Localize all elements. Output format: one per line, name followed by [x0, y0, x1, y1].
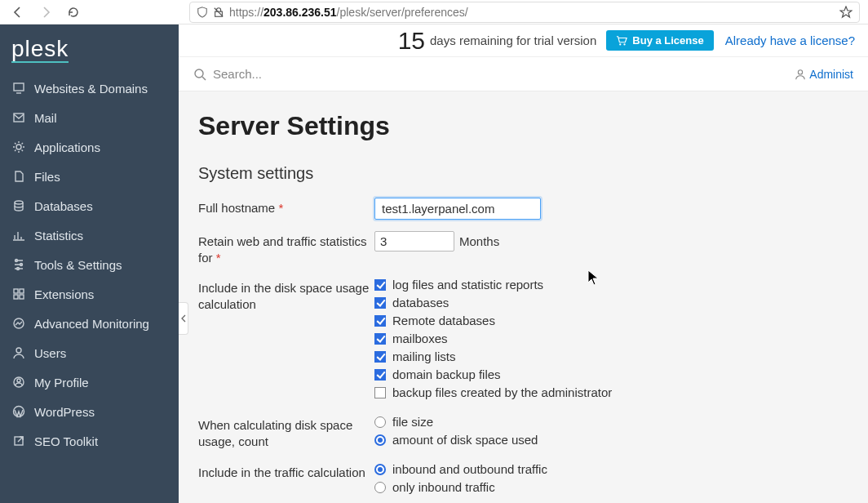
- admin-user-link[interactable]: Administ: [795, 68, 853, 81]
- profile-icon: [11, 375, 26, 389]
- sidebar-item-websites-domains[interactable]: Websites & Domains: [0, 73, 179, 103]
- back-button[interactable]: [8, 2, 28, 22]
- svg-point-13: [16, 348, 21, 353]
- radio[interactable]: [374, 464, 386, 475]
- already-have-license-link[interactable]: Already have a license?: [725, 33, 855, 47]
- checkbox[interactable]: [374, 387, 386, 398]
- bookmark-star-icon[interactable]: [839, 6, 852, 19]
- search-input[interactable]: [213, 67, 795, 81]
- search-icon: [193, 68, 206, 81]
- checkbox[interactable]: [374, 369, 386, 381]
- page-title: Server Settings: [198, 111, 848, 141]
- radio-row: amount of disk space used: [374, 433, 848, 447]
- checkbox[interactable]: [374, 279, 386, 291]
- mouse-cursor-icon: [587, 269, 599, 286]
- user-icon: [795, 69, 806, 80]
- checkbox-label: databases: [392, 296, 449, 309]
- radio-label: inbound and outbound traffic: [392, 462, 547, 476]
- mail-icon: [11, 110, 26, 125]
- sidebar-item-label: Mail: [34, 111, 57, 125]
- chart-icon: [11, 316, 26, 331]
- svg-rect-9: [20, 289, 24, 293]
- lock-icon: [213, 7, 224, 18]
- svg-point-19: [624, 43, 626, 45]
- bars-icon: [11, 228, 26, 243]
- sidebar-item-extensions[interactable]: Extensions: [0, 279, 179, 309]
- checkbox-label: Remote databases: [392, 314, 495, 327]
- monitor-icon: [11, 81, 26, 96]
- radio[interactable]: [374, 434, 386, 446]
- checkbox-row: databases: [374, 296, 848, 309]
- checkbox-row: Remote databases: [374, 314, 848, 327]
- radio[interactable]: [374, 482, 386, 493]
- checkbox-row: log files and statistic reports: [374, 278, 848, 292]
- gear-icon: [11, 140, 26, 154]
- sidebar-item-label: Applications: [34, 140, 100, 154]
- sidebar-item-databases[interactable]: Databases: [0, 191, 179, 220]
- svg-rect-2: [14, 114, 24, 122]
- radio-row: inbound and outbound traffic: [374, 462, 848, 476]
- trial-bar: 15 days remaining for trial version Buy …: [179, 24, 868, 57]
- checkbox[interactable]: [374, 297, 386, 309]
- hostname-input[interactable]: [374, 198, 541, 220]
- checkbox-label: mailboxes: [392, 332, 448, 345]
- sidebar-item-label: Statistics: [34, 229, 83, 243]
- sidebar-item-applications[interactable]: Applications: [0, 132, 179, 162]
- sidebar-item-files[interactable]: Files: [0, 162, 179, 191]
- extensions-icon: [11, 287, 26, 301]
- section-title: System settings: [198, 164, 848, 183]
- search-bar: Administ: [179, 57, 868, 91]
- main-area: 15 days remaining for trial version Buy …: [179, 24, 868, 503]
- svg-point-3: [16, 145, 21, 149]
- radio-label: amount of disk space used: [392, 433, 538, 447]
- sidebar-item-my-profile[interactable]: My Profile: [0, 367, 179, 397]
- forward-button[interactable]: [36, 2, 55, 22]
- svg-rect-8: [14, 289, 18, 293]
- svg-rect-10: [14, 295, 18, 299]
- buy-license-button[interactable]: Buy a License: [606, 30, 713, 51]
- svg-rect-11: [20, 295, 24, 299]
- count-label: When calculating disk space usage, count: [198, 415, 374, 450]
- checkbox-row: mailboxes: [374, 332, 848, 345]
- svg-point-4: [15, 201, 23, 204]
- cart-icon: [616, 35, 627, 47]
- retain-months-input[interactable]: [374, 231, 454, 252]
- svg-point-18: [619, 43, 621, 45]
- wordpress-icon: [11, 404, 26, 419]
- sidebar-item-label: Extensions: [34, 287, 94, 301]
- external-icon: [11, 434, 26, 448]
- checkbox-row: backup files created by the administrato…: [374, 385, 848, 399]
- radio-row: file size: [374, 415, 848, 429]
- sidebar-item-wordpress[interactable]: WordPress: [0, 397, 179, 426]
- svg-point-15: [17, 379, 20, 382]
- reload-button[interactable]: [64, 2, 83, 22]
- stack-icon: [11, 198, 26, 213]
- sidebar-item-label: My Profile: [34, 376, 89, 389]
- url-bar[interactable]: https://203.86.236.51/plesk/server/prefe…: [189, 2, 860, 23]
- sidebar-item-users[interactable]: Users: [0, 338, 179, 367]
- checkbox-label: backup files created by the administrato…: [392, 385, 612, 399]
- radio[interactable]: [374, 416, 386, 428]
- sidebar-item-tools-settings[interactable]: Tools & Settings: [0, 250, 179, 279]
- sidebar-collapse-handle[interactable]: [179, 302, 188, 335]
- plesk-logo[interactable]: plesk: [0, 24, 179, 73]
- sidebar-item-mail[interactable]: Mail: [0, 103, 179, 132]
- content: Server Settings System settings Full hos…: [179, 91, 868, 503]
- checkbox[interactable]: [374, 315, 386, 327]
- shield-icon: [197, 7, 208, 18]
- sidebar-item-label: Users: [34, 346, 66, 360]
- checkbox[interactable]: [374, 351, 386, 363]
- sidebar-item-advanced-monitoring[interactable]: Advanced Monitoring: [0, 309, 179, 338]
- sidebar-item-statistics[interactable]: Statistics: [0, 220, 179, 250]
- trial-label: days remaining for trial version: [430, 33, 596, 47]
- sidebar-item-label: Files: [34, 170, 60, 184]
- diskspace-include-label: Include in the disk space usage calculat…: [198, 278, 374, 313]
- radio-label: only inbound traffic: [392, 480, 495, 494]
- checkbox-label: log files and statistic reports: [392, 278, 543, 292]
- traffic-include-label: Include in the traffic calculation: [198, 462, 374, 481]
- radio-row: only inbound traffic: [374, 480, 848, 494]
- checkbox[interactable]: [374, 333, 386, 345]
- checkbox-label: mailing lists: [392, 349, 456, 363]
- retain-stats-label: Retain web and traffic statistics for *: [198, 231, 374, 266]
- sidebar-item-seo-toolkit[interactable]: SEO Toolkit: [0, 426, 179, 456]
